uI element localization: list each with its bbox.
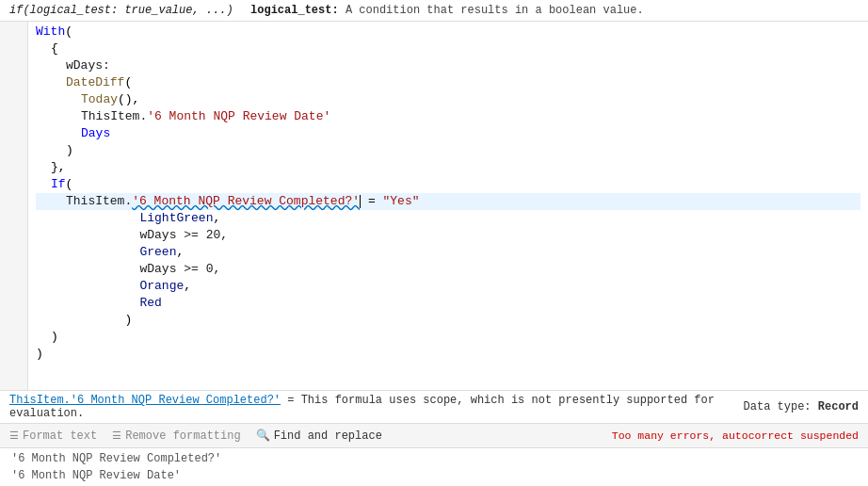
- find-replace-button[interactable]: 🔍 Find and replace: [256, 429, 382, 443]
- format-text-icon: ☰: [9, 429, 19, 442]
- hint-description: A condition that results in a boolean va…: [339, 4, 644, 17]
- code-line-20: ): [36, 346, 860, 363]
- suggestion-item-2[interactable]: '6 Month NQP Review Date': [8, 467, 860, 484]
- code-line-7: Days: [36, 125, 860, 142]
- status-error-message: ThisItem.'6 Month NQP Review Completed?'…: [9, 394, 736, 420]
- line-number-gutter: [0, 22, 28, 390]
- code-line-17: Red: [36, 295, 860, 312]
- format-text-button[interactable]: ☰ Format text: [9, 429, 97, 443]
- code-line-5: Today(),: [36, 91, 860, 108]
- code-line-2: {: [36, 40, 860, 57]
- code-line-9: },: [36, 159, 860, 176]
- hint-bold-label: logical_test:: [250, 4, 339, 17]
- status-bar: ThisItem.'6 Month NQP Review Completed?'…: [0, 390, 868, 423]
- suggestions-bar: '6 Month NQP Review Completed?' '6 Month…: [0, 447, 868, 486]
- text-cursor: [360, 195, 361, 208]
- editor-empty-space: [36, 363, 860, 390]
- code-line-12: LightGreen,: [36, 210, 860, 227]
- hint-separator: [235, 4, 249, 17]
- code-line-4: DateDiff(: [36, 74, 860, 91]
- format-text-label[interactable]: Format text: [23, 429, 97, 443]
- code-line-10: If(: [36, 176, 860, 193]
- hint-param: if(logical_test: true_value, ...): [9, 4, 233, 17]
- status-data-type: Data type: Record: [744, 400, 859, 413]
- find-replace-label[interactable]: Find and replace: [274, 429, 382, 443]
- editor-area[interactable]: With( { wDays: DateDiff( Today(), ThisIt…: [0, 22, 868, 390]
- code-line-1: With(: [36, 24, 860, 40]
- error-message: Too many errors, autocorrect suspended: [612, 429, 859, 442]
- code-line-8: ): [36, 142, 860, 159]
- keyword-with: With: [36, 24, 65, 40]
- code-line-3: wDays:: [36, 57, 860, 74]
- suggestion-item-1[interactable]: '6 Month NQP Review Completed?': [8, 450, 860, 467]
- remove-formatting-icon: ☰: [112, 429, 121, 442]
- code-editor[interactable]: With( { wDays: DateDiff( Today(), ThisIt…: [28, 22, 868, 390]
- hint-bar: if(logical_test: true_value, ...) logica…: [0, 0, 868, 22]
- code-line-6: ThisItem.'6 Month NQP Review Date': [36, 108, 860, 125]
- status-data-type-value: Record: [818, 400, 859, 413]
- status-separator: =: [281, 394, 301, 407]
- remove-formatting-button[interactable]: ☰ Remove formatting: [112, 429, 240, 443]
- code-line-19: ): [36, 329, 860, 346]
- search-icon: 🔍: [256, 429, 270, 443]
- remove-formatting-label[interactable]: Remove formatting: [125, 429, 240, 443]
- toolbar-bar: ☰ Format text ☰ Remove formatting 🔍 Find…: [0, 423, 868, 447]
- status-field-ref[interactable]: ThisItem.'6 Month NQP Review Completed?': [9, 394, 281, 407]
